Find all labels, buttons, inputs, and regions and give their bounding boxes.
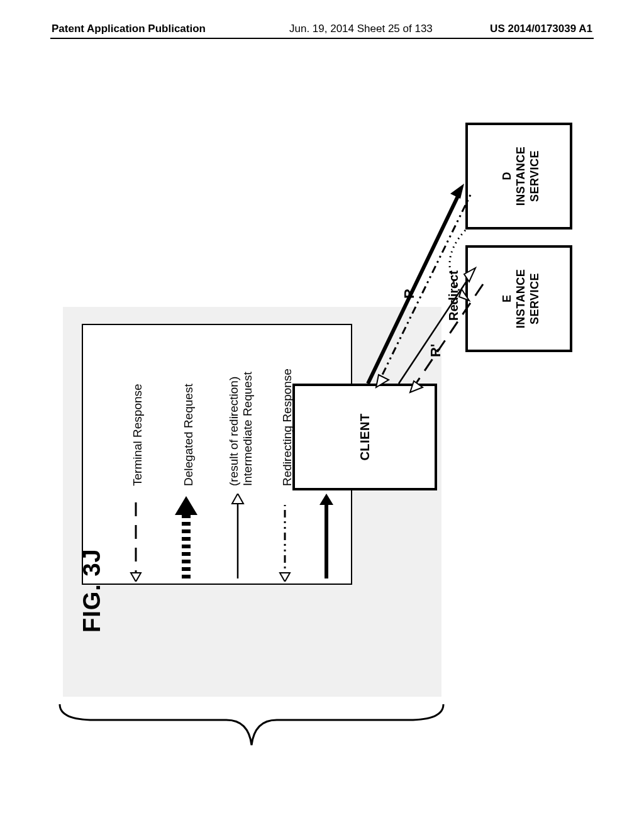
svc-d-line1: SERVICE bbox=[528, 150, 541, 202]
header-pubno: US 2014/0173039 A1 bbox=[490, 23, 592, 35]
edge-label-rprime: R' bbox=[428, 344, 444, 357]
legend-label-terminal: Terminal Response bbox=[131, 384, 145, 486]
svc-e-line2: INSTANCE bbox=[514, 269, 528, 329]
legend-arrow-terminal-icon bbox=[127, 494, 145, 582]
svc-e-line1: SERVICE bbox=[528, 273, 541, 324]
svg-marker-5 bbox=[232, 494, 243, 504]
header-sheet: Jun. 19, 2014 Sheet 25 of 133 bbox=[289, 23, 433, 35]
patent-page: Patent Application Publication Jun. 19, … bbox=[0, 0, 644, 830]
curly-brace-icon bbox=[57, 701, 447, 751]
svg-marker-18 bbox=[410, 381, 423, 392]
svc-e-line3: E bbox=[501, 295, 514, 302]
svg-marker-3 bbox=[280, 573, 290, 582]
svg-line-17 bbox=[415, 284, 483, 385]
legend-arrow-redirecting-icon bbox=[276, 494, 294, 582]
client-box: CLIENT bbox=[292, 384, 437, 490]
svg-marker-1 bbox=[319, 494, 333, 505]
svc-d-line2: INSTANCE bbox=[514, 147, 528, 206]
svg-marker-9 bbox=[131, 573, 141, 582]
legend-arrow-initial-icon bbox=[318, 494, 335, 582]
svg-marker-13 bbox=[376, 375, 389, 387]
arrow-rprime-response-icon bbox=[402, 277, 497, 396]
header-rule bbox=[50, 38, 594, 39]
svg-marker-7 bbox=[175, 496, 197, 515]
legend-label-delegated: Delegated Request bbox=[182, 384, 196, 486]
legend-arrow-delegated-icon bbox=[174, 494, 199, 582]
header-publication: Patent Application Publication bbox=[52, 23, 206, 35]
legend-arrow-intermediate-icon bbox=[229, 494, 247, 582]
figure-label: FIG. 3J bbox=[79, 548, 106, 633]
legend-label-intermediate-2: (result of redirection) bbox=[227, 377, 241, 486]
svc-d-line3: D bbox=[501, 172, 514, 180]
client-label: CLIENT bbox=[358, 413, 372, 460]
legend-label-intermediate-1: Intermediate Request bbox=[241, 372, 255, 486]
